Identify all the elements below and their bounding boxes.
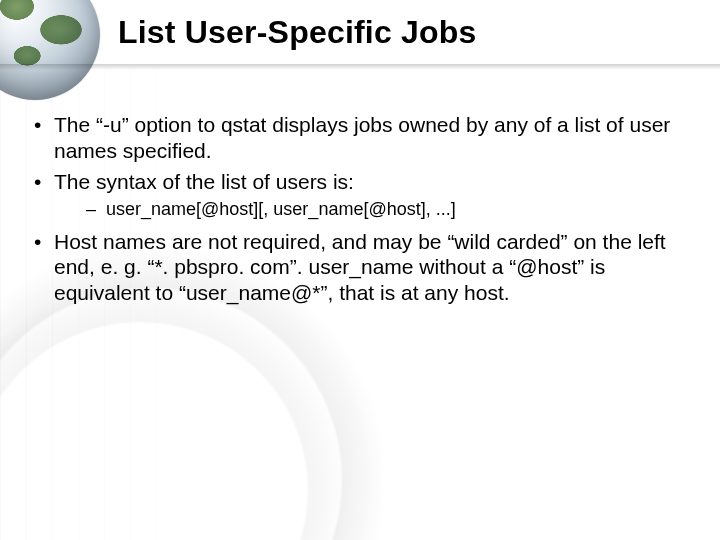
bullet-item: The “-u” option to qstat displays jobs o…: [28, 112, 692, 163]
title-underline: [0, 64, 720, 70]
bullet-item: Host names are not required, and may be …: [28, 229, 692, 306]
sub-bullet-list: user_name[@host][, user_name[@host], ...…: [54, 199, 692, 221]
slide-title: List User-Specific Jobs: [118, 14, 477, 51]
slide: List User-Specific Jobs The “-u” option …: [0, 0, 720, 540]
slide-body: The “-u” option to qstat displays jobs o…: [28, 112, 692, 312]
bullet-item: The syntax of the list of users is: user…: [28, 169, 692, 221]
globe-icon: [0, 0, 100, 100]
bullet-text: The syntax of the list of users is:: [54, 170, 354, 193]
sub-bullet-item: user_name[@host][, user_name[@host], ...…: [54, 199, 692, 221]
bullet-list: The “-u” option to qstat displays jobs o…: [28, 112, 692, 306]
